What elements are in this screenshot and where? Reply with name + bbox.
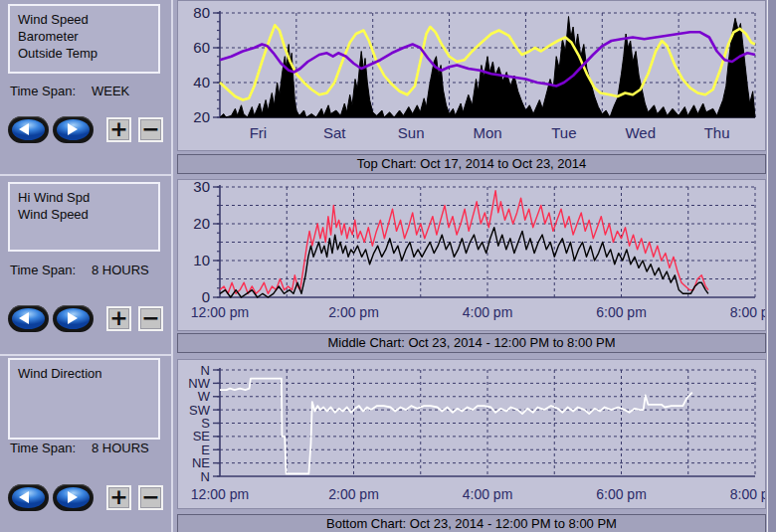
- chart-1: 010203012:00 pm2:00 pm4:00 pm6:00 pm8:00…: [191, 180, 765, 320]
- left-arrow-icon: [19, 123, 29, 135]
- x-tick-label: Sun: [398, 124, 425, 141]
- y-tick-label: E: [201, 443, 210, 457]
- x-tick-label: 2:00 pm: [328, 486, 379, 502]
- top-chart-panel[interactable]: 20406080FriSatSunMonTueWedThu: [177, 0, 766, 151]
- zoom-out-button[interactable]: −: [138, 306, 163, 331]
- y-tick-label: 0: [202, 288, 210, 305]
- legend-box-middle-chart[interactable]: Hi Wind Spd Wind Speed: [8, 182, 160, 252]
- x-tick-label: 2:00 pm: [328, 304, 379, 320]
- x-tick-label: 6:00 pm: [596, 304, 647, 320]
- right-arrow-icon: [68, 491, 78, 503]
- left-arrow-icon: [19, 312, 29, 324]
- top-chart-controls: + −: [8, 116, 163, 143]
- time-span-value: 8 HOURS: [92, 441, 149, 455]
- legend-item: Wind Speed: [18, 11, 150, 28]
- chart-2: NNEESESSWWNWN12:00 pm2:00 pm4:00 pm6:00 …: [188, 363, 765, 502]
- middle-chart-panel[interactable]: 010203012:00 pm2:00 pm4:00 pm6:00 pm8:00…: [177, 179, 766, 331]
- y-tick-label: 20: [193, 215, 210, 232]
- y-tick-label: 10: [193, 252, 210, 268]
- x-tick-label: 12:00 pm: [191, 304, 249, 320]
- bottom-chart-caption: Bottom Chart: Oct 23, 2014 - 12:00 PM to…: [177, 514, 766, 532]
- sidebar-middle-chart: Hi Wind Spd Wind Speed Time Span:8 HOURS…: [0, 177, 171, 354]
- legend-item: Barometer: [18, 28, 150, 45]
- x-tick-label: Thu: [704, 124, 730, 141]
- legend-box-top-chart[interactable]: Wind Speed Barometer Outside Temp: [8, 4, 160, 74]
- y-tick-label: 40: [193, 74, 210, 90]
- x-tick-label: 12:00 pm: [191, 486, 249, 502]
- zoom-in-button[interactable]: +: [106, 306, 131, 331]
- y-tick-label: N: [201, 469, 210, 484]
- x-tick-label: Sat: [323, 124, 346, 141]
- time-span-row: Time Span:WEEK: [10, 84, 129, 98]
- scroll-left-button[interactable]: [8, 116, 49, 143]
- window-right-edge: [767, 0, 776, 532]
- top-chart-caption: Top Chart: Oct 17, 2014 to Oct 23, 2014: [177, 154, 766, 174]
- zoom-out-button[interactable]: −: [138, 117, 163, 142]
- sidebar-chart-divider: [171, 0, 173, 532]
- scroll-right-button[interactable]: [53, 116, 94, 143]
- y-tick-label: SW: [189, 403, 211, 418]
- middle-chart-canvas: 010203012:00 pm2:00 pm4:00 pm6:00 pm8:00…: [178, 180, 765, 330]
- time-span-value: WEEK: [92, 84, 129, 98]
- x-tick-label: 6:00 pm: [596, 486, 647, 502]
- row-divider-1: [0, 174, 173, 176]
- y-tick-label: 20: [193, 108, 210, 125]
- legend-item: Wind Direction: [18, 365, 150, 382]
- time-span-value: 8 HOURS: [92, 263, 149, 277]
- left-arrow-icon: [19, 491, 29, 503]
- x-tick-label: Wed: [625, 124, 656, 141]
- right-arrow-icon: [68, 312, 78, 324]
- x-tick-label: Fri: [250, 124, 268, 141]
- right-arrow-icon: [68, 123, 78, 135]
- x-tick-label: 4:00 pm: [463, 304, 513, 320]
- x-tick-label: Mon: [473, 124, 501, 141]
- legend-box-bottom-chart[interactable]: Wind Direction: [8, 358, 160, 440]
- bottom-chart-controls: + −: [8, 484, 163, 511]
- middle-chart-caption: Middle Chart: Oct 23, 2014 - 12:00 PM to…: [177, 333, 766, 353]
- top-chart-canvas: 20406080FriSatSunMonTueWedThu: [178, 1, 765, 150]
- time-span-label: Time Span:: [10, 263, 76, 277]
- y-tick-label: 60: [193, 39, 210, 56]
- scroll-right-button[interactable]: [53, 484, 94, 511]
- x-tick-label: Tue: [551, 124, 576, 141]
- time-span-row: Time Span:8 HOURS: [10, 263, 149, 277]
- legend-item: Outside Temp: [18, 45, 150, 62]
- y-tick-label: NW: [188, 376, 210, 391]
- x-tick-label: 8:00 pm: [730, 304, 765, 320]
- scroll-right-button[interactable]: [53, 305, 94, 332]
- y-tick-label: SE: [193, 429, 211, 443]
- sidebar-top-chart: Wind Speed Barometer Outside Temp Time S…: [0, 0, 171, 174]
- y-tick-label: W: [198, 389, 211, 404]
- scroll-left-button[interactable]: [8, 305, 49, 332]
- time-span-row: Time Span:8 HOURS: [10, 441, 149, 455]
- sidebar-bottom-chart: Wind Direction Time Span:8 HOURS + −: [0, 356, 171, 532]
- zoom-out-button[interactable]: −: [138, 485, 163, 510]
- time-span-label: Time Span:: [10, 441, 76, 455]
- y-tick-label: NE: [192, 455, 210, 470]
- x-tick-label: 4:00 pm: [463, 486, 513, 502]
- scroll-left-button[interactable]: [8, 484, 49, 511]
- y-tick-label: 80: [193, 4, 210, 21]
- legend-item: Wind Speed: [18, 206, 150, 223]
- y-tick-label: 30: [193, 180, 210, 195]
- bottom-chart-canvas: NNEESESSWWNWN12:00 pm2:00 pm4:00 pm6:00 …: [178, 360, 765, 508]
- zoom-in-button[interactable]: +: [106, 117, 131, 142]
- x-tick-label: 8:00 pm: [730, 486, 765, 502]
- chart-0: 20406080FriSatSunMonTueWedThu: [193, 4, 755, 141]
- y-tick-label: S: [201, 416, 210, 431]
- time-span-label: Time Span:: [10, 84, 76, 98]
- legend-item: Hi Wind Spd: [18, 189, 150, 206]
- zoom-in-button[interactable]: +: [106, 485, 131, 510]
- y-tick-label: N: [201, 363, 210, 378]
- bottom-chart-panel[interactable]: NNEESESSWWNWN12:00 pm2:00 pm4:00 pm6:00 …: [177, 359, 766, 509]
- middle-chart-controls: + −: [8, 305, 163, 332]
